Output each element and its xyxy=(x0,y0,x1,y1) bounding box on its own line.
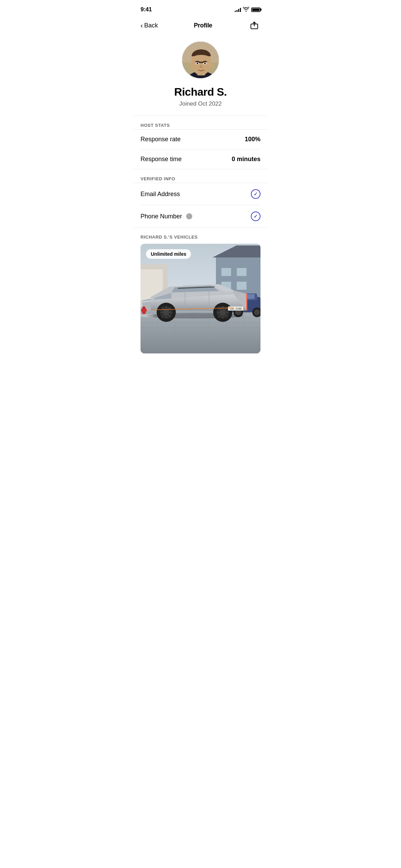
svg-rect-80 xyxy=(141,309,147,312)
response-time-label: Response time xyxy=(141,156,182,163)
verified-info-header: VERIFIED INFO xyxy=(134,169,267,183)
verified-row-phone: Phone Number ✓ xyxy=(141,205,260,227)
verified-row-email: Email Address ✓ xyxy=(141,183,260,205)
host-stats-section: Response rate 100% Response time 0 minut… xyxy=(134,130,267,169)
vehicle-image: LDL-5208 Unlimited miles xyxy=(141,244,260,353)
svg-rect-22 xyxy=(236,268,247,276)
dot-indicator xyxy=(186,213,192,219)
verified-info-section: Email Address ✓ Phone Number ✓ xyxy=(134,183,267,227)
vehicle-scene-svg: LDL-5208 xyxy=(141,244,260,353)
svg-point-15 xyxy=(204,63,206,64)
response-rate-label: Response rate xyxy=(141,136,181,143)
signal-icon xyxy=(235,7,241,12)
status-icons xyxy=(235,7,260,12)
svg-point-11 xyxy=(192,55,210,62)
email-address-label: Email Address xyxy=(141,191,180,198)
back-label: Back xyxy=(144,22,158,29)
back-chevron-icon: ‹ xyxy=(141,22,143,29)
svg-point-16 xyxy=(190,62,193,67)
battery-icon xyxy=(251,8,260,12)
nav-bar: ‹ Back Profile xyxy=(134,16,267,36)
checkmark-icon-2: ✓ xyxy=(254,214,258,219)
stat-row-response-time: Response time 0 minutes xyxy=(141,149,260,169)
avatar xyxy=(182,41,219,79)
share-icon xyxy=(250,21,259,30)
profile-section: Richard S. Joined Oct 2022 xyxy=(134,36,267,116)
vehicles-header: RICHARD S.'S VEHICLES xyxy=(134,228,267,244)
unlimited-miles-badge: Unlimited miles xyxy=(146,249,191,259)
back-button[interactable]: ‹ Back xyxy=(141,22,158,29)
vehicle-card[interactable]: LDL-5208 Unlimited miles xyxy=(141,244,260,353)
email-verified-check: ✓ xyxy=(251,189,260,199)
response-time-value: 0 minutes xyxy=(232,156,260,163)
avatar-image xyxy=(182,42,219,79)
profile-joined-date: Joined Oct 2022 xyxy=(179,100,222,107)
svg-point-17 xyxy=(209,62,212,67)
host-stats-header: HOST STATS xyxy=(134,116,267,129)
svg-rect-81 xyxy=(143,306,145,308)
phone-verified-check: ✓ xyxy=(251,212,260,221)
stat-row-response-rate: Response rate 100% xyxy=(141,130,260,149)
checkmark-icon: ✓ xyxy=(254,192,258,196)
phone-label-row: Phone Number xyxy=(141,213,192,220)
svg-rect-21 xyxy=(221,268,231,276)
phone-number-label: Phone Number xyxy=(141,213,182,220)
wifi-icon xyxy=(243,7,249,12)
status-time: 9:41 xyxy=(141,6,152,13)
page-title: Profile xyxy=(194,22,212,29)
email-label-row: Email Address xyxy=(141,191,180,198)
svg-point-14 xyxy=(197,63,198,64)
svg-point-46 xyxy=(254,309,260,315)
profile-name: Richard S. xyxy=(174,86,227,98)
share-button[interactable] xyxy=(248,19,260,32)
bottom-spacer xyxy=(134,353,267,367)
status-bar: 9:41 xyxy=(134,0,267,16)
vehicles-section: RICHARD S.'S VEHICLES xyxy=(134,228,267,353)
response-rate-value: 100% xyxy=(245,136,260,143)
svg-rect-42 xyxy=(246,294,255,299)
svg-rect-24 xyxy=(236,281,247,290)
